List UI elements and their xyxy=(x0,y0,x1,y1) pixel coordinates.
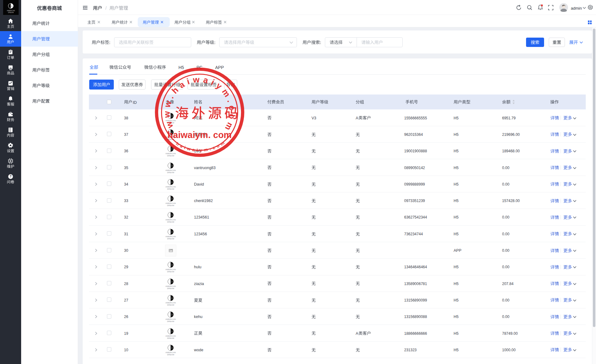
svg-text:A: A xyxy=(171,164,173,167)
svg-text:A: A xyxy=(11,5,13,8)
svg-text:A: A xyxy=(171,264,173,267)
svg-text:DREAM: DREAM xyxy=(167,172,174,173)
svg-text:AMERICAN: AMERICAN xyxy=(165,285,176,287)
svg-text:AMERICAN: AMERICAN xyxy=(165,352,176,353)
svg-text:DREAM: DREAM xyxy=(167,188,174,190)
svg-text:DREAM: DREAM xyxy=(167,271,174,273)
svg-text:DREAM: DREAM xyxy=(167,288,174,289)
svg-text:AMERICAN: AMERICAN xyxy=(165,236,176,237)
svg-text:DREAM: DREAM xyxy=(167,337,174,339)
svg-text:www.haiwaiym.com: www.haiwaiym.com xyxy=(162,75,237,135)
svg-text:DREAM: DREAM xyxy=(167,205,174,206)
svg-text:DREAM: DREAM xyxy=(167,354,174,356)
svg-text:DREAM: DREAM xyxy=(167,221,174,223)
svg-text:AMERICAN: AMERICAN xyxy=(165,202,176,204)
svg-text:A: A xyxy=(171,181,173,184)
svg-text:AMERICAN: AMERICAN xyxy=(7,10,15,12)
svg-text:DREAM: DREAM xyxy=(8,12,14,13)
svg-text:A: A xyxy=(171,214,173,217)
svg-text:AMERICAN: AMERICAN xyxy=(165,318,176,320)
svg-text:A: A xyxy=(171,330,173,333)
svg-text:AMERICAN: AMERICAN xyxy=(165,302,176,304)
svg-text:haiwaiym. com: haiwaiym. com xyxy=(168,130,232,140)
svg-text:AMERICAN: AMERICAN xyxy=(165,169,176,171)
svg-text:A: A xyxy=(171,230,173,233)
svg-text:A: A xyxy=(171,197,173,200)
svg-text:AMERICAN: AMERICAN xyxy=(165,186,176,188)
svg-text:A: A xyxy=(171,280,173,283)
svg-text:DREAM: DREAM xyxy=(167,320,174,322)
svg-text:A: A xyxy=(171,297,173,300)
svg-text:AMERICAN: AMERICAN xyxy=(165,269,176,271)
svg-text:?: ? xyxy=(10,175,12,178)
svg-text:A: A xyxy=(171,346,173,349)
svg-text:DREAM: DREAM xyxy=(167,304,174,306)
svg-text:AMERICAN: AMERICAN xyxy=(165,219,176,221)
svg-text:AMERICAN: AMERICAN xyxy=(165,335,176,337)
svg-text:A: A xyxy=(171,313,173,316)
svg-text:DREAM: DREAM xyxy=(167,238,174,240)
